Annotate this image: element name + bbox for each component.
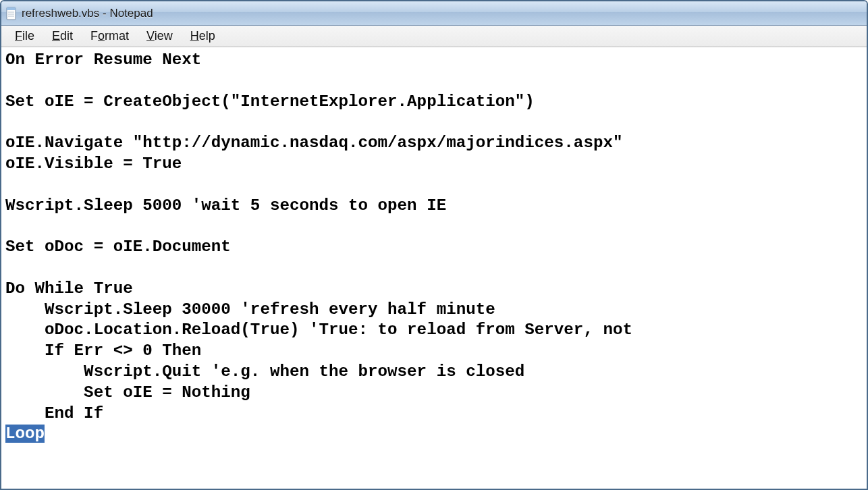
code-line [5, 216, 863, 237]
code-line: Set oIE = Nothing [5, 383, 863, 404]
window-title: refreshweb.vbs - Notepad [22, 7, 153, 20]
menu-view[interactable]: View [138, 27, 181, 45]
code-line [5, 258, 863, 279]
code-line: Wscript.Sleep 30000 'refresh every half … [5, 300, 863, 321]
code-line: Wscript.Quit 'e.g. when the browser is c… [5, 362, 863, 383]
notepad-icon [5, 7, 18, 20]
menu-format[interactable]: Format [82, 27, 137, 45]
selection: Loop [5, 425, 45, 443]
title-bar[interactable]: refreshweb.vbs - Notepad [1, 1, 867, 26]
code-line: End If [5, 404, 863, 425]
code-line: On Error Resume Next [5, 50, 863, 71]
code-line: Wscript.Sleep 5000 'wait 5 seconds to op… [5, 196, 863, 217]
menu-help[interactable]: Help [182, 27, 223, 45]
code-line [5, 175, 863, 196]
menu-bar: File Edit Format View Help [1, 26, 867, 47]
code-line: Loop [5, 424, 863, 445]
code-line [5, 71, 863, 92]
code-line: oIE.Navigate "http://dynamic.nasdaq.com/… [5, 133, 863, 154]
code-line [5, 112, 863, 133]
code-line: Set oDoc = oIE.Document [5, 237, 863, 258]
menu-file[interactable]: File [7, 27, 43, 45]
notepad-window: refreshweb.vbs - Notepad File Edit Forma… [0, 0, 868, 490]
code-line: oDoc.Location.Reload(True) 'True: to rel… [5, 320, 863, 341]
menu-edit[interactable]: Edit [44, 27, 81, 45]
text-editor-area[interactable]: On Error Resume Next Set oIE = CreateObj… [1, 47, 867, 489]
code-line: oIE.Visible = True [5, 154, 863, 175]
svg-rect-1 [7, 7, 16, 10]
code-line: Do While True [5, 279, 863, 300]
code-line: Set oIE = CreateObject("InternetExplorer… [5, 92, 863, 113]
code-line: If Err <> 0 Then [5, 341, 863, 362]
